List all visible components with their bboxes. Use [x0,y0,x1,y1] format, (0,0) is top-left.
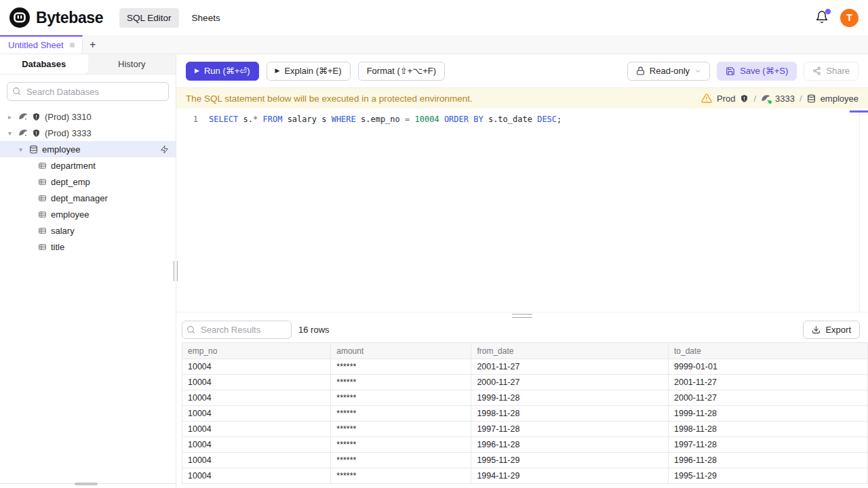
play-icon: ▶ [275,68,280,74]
table-cell: 10004 [182,359,331,375]
topbar: Bytebase SQL Editor Sheets T [0,0,868,35]
toolbar-left: ▶ Run (⌘+⏎) ▶ Explain (⌘+E) Format (⇧+⌥+… [186,62,445,81]
sidebar-item-database-employee[interactable]: ▾ employee [0,141,176,157]
sql-statement: SELECT s.* FROM salary s WHERE s.emp_no … [209,113,561,126]
table-row[interactable]: 10004******2001-11-279999-01-01 [182,359,868,375]
sidebar-item-table[interactable]: employee [0,206,176,222]
table-cell: 2001-11-27 [668,375,867,390]
table-row[interactable]: 10004******1994-11-291995-11-29 [182,468,868,484]
search-results-input[interactable] [182,321,292,339]
table-cell: ****** [331,437,471,453]
search-databases-input[interactable] [7,82,169,101]
sidebar-item-table[interactable]: salary [0,222,176,239]
table-label: salary [51,226,75,236]
database-search [7,82,169,101]
table-row[interactable]: 10004******1995-11-291996-11-28 [182,453,868,468]
table-label: dept_emp [51,177,90,187]
table-cell: 9999-01-01 [668,359,867,375]
table-label: dept_manager [51,193,108,203]
export-button[interactable]: Export [803,321,860,339]
table-row[interactable]: 10004******1997-11-281998-11-28 [182,422,868,437]
quick-action-button[interactable] [160,145,169,154]
table-label: employee [51,209,89,220]
unsaved-indicator [70,43,75,47]
topbar-right: T [814,9,859,27]
new-sheet-button[interactable]: + [83,35,103,54]
column-header[interactable]: amount [331,343,471,359]
table-row[interactable]: 10004******1996-11-281997-11-28 [182,437,868,453]
table-cell: 1998-11-28 [668,422,867,437]
column-header[interactable]: from_date [471,343,669,359]
shield-icon [32,129,41,138]
database-label[interactable]: employee [821,94,859,104]
tab-untitled-sheet[interactable]: Untitled Sheet [0,35,83,54]
results-search [182,321,292,339]
table-row[interactable]: 10004******1998-11-281999-11-28 [182,406,868,422]
sidebar-item-table[interactable]: dept_emp [0,174,176,190]
sidebar-item-instance-3310[interactable]: ▸ (Prod) 3310 [0,108,176,125]
tab-history[interactable]: History [88,54,176,74]
nav-sheets[interactable]: Sheets [192,13,220,23]
notifications-button[interactable] [814,9,830,27]
table-cell: 2000-11-27 [668,390,867,406]
nav-sql-editor[interactable]: SQL Editor [119,8,179,28]
toolbar-right: Read-only Save ( [627,62,859,81]
column-header[interactable]: emp_no [182,343,331,359]
main-panel: ▶ Run (⌘+⏎) ▶ Explain (⌘+E) Format (⇧+⌥+… [176,54,868,488]
breadcrumb-separator: / [753,94,756,104]
sidebar-item-table[interactable]: department [0,157,176,174]
results-table-body: 10004******2001-11-279999-01-0110004****… [182,359,868,484]
banner-message: The SQL statement below will be executed… [186,94,473,104]
sidebar: Databases History ▸ [0,54,176,488]
search-icon [186,325,195,334]
save-button[interactable]: Save (⌘+S) [717,62,797,81]
connection-breadcrumb: Prod / 3333 / [701,93,859,104]
table-row[interactable]: 10004******2000-11-272001-11-27 [182,375,868,390]
results-table: emp_noamountfrom_dateto_date 10004******… [182,342,868,484]
table-cell: ****** [331,359,471,375]
connection-status-dot [768,100,772,104]
table-cell: 10004 [182,468,331,484]
chevron-right-icon[interactable]: ▸ [5,113,14,121]
bytebase-logo[interactable]: Bytebase [9,7,103,28]
download-icon [812,325,821,334]
sidebar-hscrollbar-thumb[interactable] [75,483,98,485]
table-cell: 2001-11-27 [471,359,669,375]
warning-icon [701,93,712,104]
tab-databases[interactable]: Databases [0,54,88,74]
share-button[interactable]: Share [804,62,859,81]
run-button[interactable]: ▶ Run (⌘+⏎) [186,62,259,81]
sidebar-item-table[interactable]: title [0,239,176,255]
table-icon [38,194,47,203]
table-cell: 2000-11-27 [471,375,669,390]
results-header: 16 rows Export [176,317,868,342]
sql-editor[interactable]: 1 SELECT s.* FROM salary s WHERE s.emp_n… [176,108,868,312]
readonly-mode-dropdown[interactable]: Read-only [627,62,710,81]
format-button[interactable]: Format (⇧+⌥+F) [358,62,445,81]
table-cell: ****** [331,375,471,390]
notification-dot [825,9,831,14]
table-icon [38,161,47,170]
code-line: 1 SELECT s.* FROM salary s WHERE s.emp_n… [176,113,868,126]
app-body: Databases History ▸ [0,54,868,488]
table-cell: ****** [331,406,471,422]
table-cell: 1995-11-29 [471,453,669,468]
chevron-down-icon[interactable]: ▾ [16,146,25,153]
instance-label[interactable]: 3333 [775,94,795,104]
table-cell: ****** [331,422,471,437]
table-cell: 10004 [182,453,331,468]
panel-resize-handle[interactable] [176,312,868,317]
explain-button[interactable]: ▶ Explain (⌘+E) [267,62,351,81]
table-icon [38,243,47,251]
table-cell: 10004 [182,390,331,406]
sidebar-item-instance-3333[interactable]: ▾ (Prod) 3333 [0,125,176,141]
chevron-down-icon[interactable]: ▾ [5,129,14,137]
column-header[interactable]: to_date [668,343,867,359]
table-row[interactable]: 10004******1999-11-282000-11-27 [182,390,868,406]
database-icon [807,94,816,103]
sidebar-item-table[interactable]: dept_manager [0,190,176,206]
chevron-down-icon [694,68,701,75]
avatar[interactable]: T [840,9,859,27]
instance-label: (Prod) 3333 [45,128,92,138]
sidebar-resize-handle[interactable] [174,261,178,281]
